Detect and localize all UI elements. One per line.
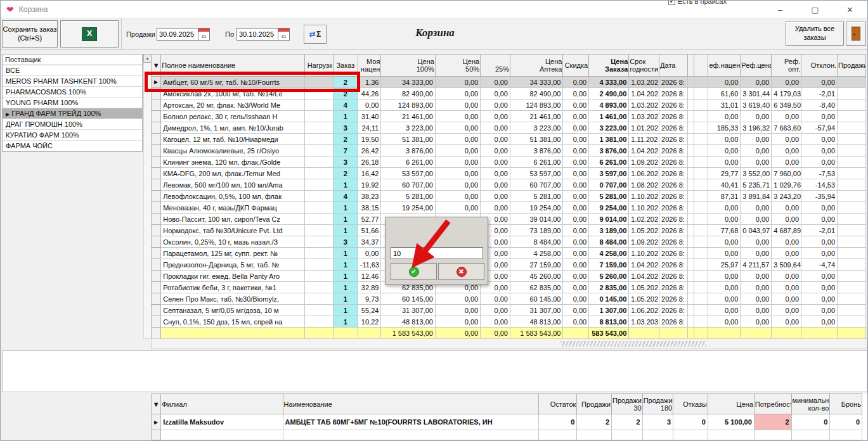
cell[interactable]: 2026 8: [659,248,688,259]
cell[interactable]: Меновазан, 40 г, мазь/ДКП Фармац [161,202,305,214]
cell[interactable] [694,202,708,214]
cell[interactable] [694,134,708,145]
cell[interactable] [305,202,334,214]
cell[interactable]: Левофлоксацин, 0,5%, 100 мл, флак [161,191,305,202]
cell[interactable]: 51,66 [358,225,381,236]
cell[interactable] [694,179,708,191]
cell[interactable]: 12,46 [358,271,381,282]
cell[interactable]: 3 [334,122,358,134]
cell[interactable]: 31,40 [358,111,381,122]
cell[interactable] [305,191,334,202]
cell[interactable]: 19 254,00 [510,202,562,214]
cell[interactable] [694,293,708,305]
cell[interactable]: 4 211,57 [741,259,772,271]
cell[interactable] [629,328,659,339]
cell[interactable] [152,430,161,440]
cell[interactable] [687,77,694,88]
cell[interactable] [687,202,694,214]
column-header[interactable]: Скидка [563,54,589,77]
cell[interactable]: 40,41 [708,179,741,191]
cell[interactable]: 0,00 [563,271,589,282]
cell[interactable]: Кагоцел, 12 мг, таб. №10/Ниармеди [161,134,305,145]
cell[interactable]: 2 [754,414,791,430]
cell[interactable]: АМБЦЕТ ТАБ 60МГ+5МГ №10(FOURRTS LABORATO… [283,414,538,430]
cell[interactable] [694,191,708,202]
cell[interactable] [152,122,161,134]
cell[interactable]: 1.04.202 [629,259,659,271]
cell[interactable]: 4 [334,191,358,202]
cell[interactable] [694,259,708,271]
cell[interactable]: 0,00 [481,328,510,339]
cell[interactable] [838,225,866,236]
cell[interactable] [708,328,741,339]
cell[interactable] [659,328,688,339]
cell[interactable]: 2026 8: [659,225,688,236]
scrollbar-grip[interactable] [560,341,706,347]
cell[interactable]: 2026 8: [659,191,688,202]
cell[interactable]: 0,00 [563,134,589,145]
cell[interactable]: 0,00 [801,271,838,282]
cell[interactable]: 0,00 [772,271,801,282]
cell[interactable] [152,293,161,305]
cell[interactable] [305,316,334,328]
cell[interactable] [305,328,334,339]
cell[interactable]: 21 461,00 [381,111,436,122]
cell[interactable]: 6 261,00 [381,157,436,168]
cell[interactable]: 0,00 [563,88,589,99]
cell[interactable]: 8 484,00 [589,236,629,248]
column-header[interactable] [687,54,694,77]
cell[interactable]: 0,00 [708,316,741,328]
cell[interactable]: 48 813,00 [381,316,436,328]
cell[interactable] [152,248,161,259]
cell[interactable]: 1 [334,111,358,122]
cell[interactable]: 0,00 [435,305,480,316]
cell[interactable] [838,111,866,122]
cell[interactable]: 0,00 [435,111,480,122]
cell[interactable]: 0,00 [801,293,838,305]
cell[interactable]: 82 490,00 [381,88,436,99]
cell[interactable]: 0,00 [435,179,480,191]
cell[interactable] [838,328,866,339]
cell[interactable]: 0,00 [708,293,741,305]
cell[interactable] [687,122,694,134]
cell[interactable]: 1.08.202 [629,179,659,191]
cell[interactable]: 29,77 [708,168,741,179]
cell[interactable] [838,168,866,179]
cell[interactable]: 1.04.202 [629,88,659,99]
column-header[interactable]: Цена Заказа [589,54,629,77]
cell[interactable]: 0,00 [435,168,480,179]
cell[interactable]: 2026 8: [659,293,688,305]
cell[interactable] [687,145,694,157]
cell[interactable]: 0,00 [481,157,510,168]
cell[interactable]: 0,00 [708,236,741,248]
cell[interactable] [305,157,334,168]
cell[interactable]: 0,00 [741,248,772,259]
cell[interactable]: 0,00 [741,111,772,122]
cell[interactable]: 0,00 [708,305,741,316]
cell[interactable]: -4,74 [801,259,838,271]
cell[interactable]: 27 159,00 [510,259,562,271]
column-header[interactable] [694,54,708,77]
cell[interactable] [838,191,866,202]
cell[interactable] [152,305,161,316]
cell[interactable]: 0,00 [772,214,801,225]
cell[interactable]: 5 281,00 [381,191,436,202]
cell[interactable]: 1.09.202 [629,157,659,168]
cell[interactable]: 1.05.202 [629,282,659,293]
close-button[interactable]: ✕ [832,1,867,18]
cell[interactable]: 0,00 [563,282,589,293]
cell[interactable]: 32,89 [358,282,381,293]
cell[interactable]: 0,00 [801,214,838,225]
cell[interactable]: 2026 8: [659,282,688,293]
column-header[interactable]: Бронь [830,394,862,414]
cell[interactable]: 3 597,00 [589,168,629,179]
cell[interactable]: 2 490,00 [589,88,629,99]
cell[interactable] [838,157,866,168]
cell[interactable]: 2026 8: [659,134,688,145]
cell[interactable]: 3 196,32 [741,122,772,134]
cell[interactable]: 0,00 [741,316,772,328]
cell[interactable]: 0,00 [481,99,510,111]
cell[interactable]: -8,40 [801,99,838,111]
column-header[interactable]: Заказ [334,54,358,77]
cell[interactable]: 1.03.202 [629,77,659,88]
